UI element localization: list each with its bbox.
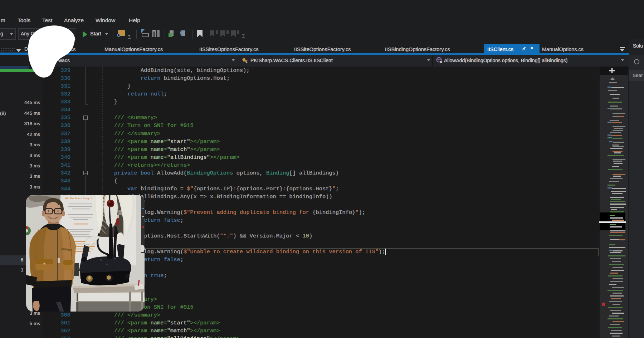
svg-text:Will The Future Design Us ?: Will The Future Design Us ? — [65, 197, 96, 200]
